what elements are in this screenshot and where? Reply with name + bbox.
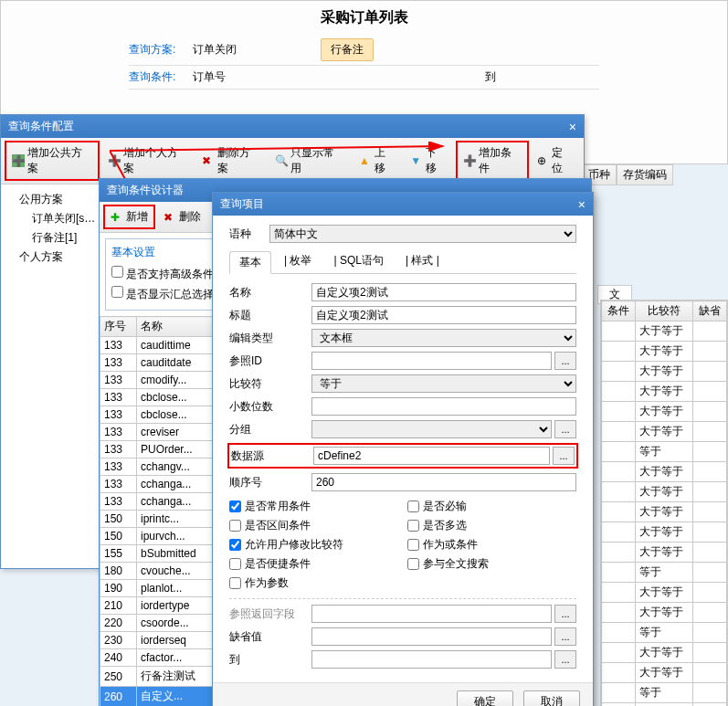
ref-browse-button[interactable]: ... xyxy=(554,352,576,370)
tree-order-close[interactable]: 订单关闭[s… xyxy=(6,209,113,228)
tab-basic[interactable]: 基本 xyxy=(229,251,271,274)
add-personal-scheme-button[interactable]: ➕增加个人方案 xyxy=(101,142,195,180)
ds-label: 数据源 xyxy=(231,448,313,464)
title-label: 标题 xyxy=(229,308,311,323)
tab-enum[interactable]: | 枚举 xyxy=(275,250,321,273)
dialog-tabs: 基本 | 枚举 | SQL语句 | 样式 | xyxy=(229,250,576,274)
cmp-row[interactable]: 等于 xyxy=(602,442,727,462)
cmp-row[interactable]: 大于等于 xyxy=(602,502,727,522)
ord-label: 顺序号 xyxy=(229,475,311,490)
cmp-row[interactable]: 大于等于 xyxy=(602,663,727,683)
config-titlebar[interactable]: 查询条件配置 × xyxy=(1,115,584,138)
cmp-row[interactable]: 大于等于 xyxy=(602,462,727,482)
chk-as-or[interactable]: 作为或条件 xyxy=(407,537,576,553)
dec-label: 小数位数 xyxy=(229,399,311,415)
grp-select[interactable] xyxy=(311,420,552,438)
ref-ret-label: 参照返回字段 xyxy=(229,606,311,622)
edit-label: 编辑类型 xyxy=(229,331,311,346)
title-input[interactable] xyxy=(311,306,576,324)
adv-check[interactable]: 是否支持高级条件 xyxy=(111,268,214,280)
dialog-close-icon[interactable]: × xyxy=(578,197,586,212)
designer-delete-button[interactable]: ✖删除 xyxy=(157,205,207,228)
add-condition-button[interactable]: ➕增加条件 xyxy=(456,141,529,181)
move-up-button[interactable]: ▲上移 xyxy=(353,142,402,180)
query-cond-value: 订单号 xyxy=(193,69,302,85)
query-cond-label: 查询条件: xyxy=(129,69,193,85)
tab-style[interactable]: | 样式 | xyxy=(396,250,448,273)
dec-input[interactable] xyxy=(311,397,576,416)
ref-ret-input[interactable] xyxy=(311,605,552,623)
close-icon[interactable]: × xyxy=(569,120,576,134)
to-label: 到 xyxy=(485,69,496,85)
ref-input[interactable] xyxy=(311,352,552,370)
tree-remark[interactable]: 行备注[1] xyxy=(6,228,113,248)
chk-required[interactable]: 是否必输 xyxy=(407,499,576,514)
sum-check[interactable]: 是否显示汇总选择 xyxy=(111,288,214,300)
move-down-button[interactable]: ▼下移 xyxy=(404,142,453,180)
config-title: 查询条件配置 xyxy=(8,119,74,134)
delete-scheme-button[interactable]: ✖删除方案 xyxy=(195,142,267,180)
rp-col-cond: 条件 xyxy=(602,301,636,321)
chk-quick[interactable]: 是否便捷条件 xyxy=(229,556,398,572)
grp-browse-button[interactable]: ... xyxy=(554,420,576,438)
tree-public[interactable]: 公用方案 xyxy=(6,190,113,209)
cmp-row[interactable]: 等于 xyxy=(602,683,727,703)
designer-title: 查询条件设计器 xyxy=(107,183,184,198)
cmp-row[interactable]: 等于 xyxy=(602,703,727,707)
cancel-button[interactable]: 取消 xyxy=(523,690,580,706)
designer-add-button[interactable]: ✚新增 xyxy=(103,205,155,229)
lang-select[interactable]: 简体中文 xyxy=(269,225,576,243)
row-remark-button[interactable]: 行备注 xyxy=(321,38,374,61)
name-label: 名称 xyxy=(229,285,311,300)
chk-common[interactable]: 是否常用条件 xyxy=(229,499,398,514)
cmp-row[interactable]: 大于等于 xyxy=(602,321,727,342)
edit-type-select[interactable]: 文本框 xyxy=(311,329,576,347)
tree-personal[interactable]: 个人方案 xyxy=(6,248,113,267)
cmp-row[interactable]: 大于等于 xyxy=(602,362,727,382)
default-label: 缺省值 xyxy=(229,629,311,645)
add-public-scheme-button[interactable]: ➕增加公共方案 xyxy=(5,141,100,181)
cmp-row[interactable]: 等于 xyxy=(602,563,727,583)
cmp-label: 比较符 xyxy=(229,376,311,392)
query-item-dialog: 查询项目 × 语种 简体中文 基本 | 枚举 | SQL语句 | 样式 | 名称… xyxy=(212,192,594,706)
cmp-row[interactable]: 大于等于 xyxy=(602,482,727,502)
chk-interval[interactable]: 是否区间条件 xyxy=(229,518,398,533)
default-button[interactable]: ... xyxy=(554,627,576,646)
cmp-row[interactable]: 大于等于 xyxy=(602,402,727,422)
chk-fulltext[interactable]: 参与全文搜索 xyxy=(407,556,576,572)
chk-as-param[interactable]: 作为参数 xyxy=(229,575,398,591)
name-input[interactable] xyxy=(311,283,576,301)
ref-ret-button[interactable]: ... xyxy=(554,605,576,623)
comparator-panel: 条件 比较符 缺省 大于等于大于等于大于等于大于等于大于等于大于等于等于大于等于… xyxy=(600,300,728,706)
ref-label: 参照ID xyxy=(229,353,311,369)
cmp-row[interactable]: 大于等于 xyxy=(602,342,727,362)
grid-header-extra: 币种 存货编码 xyxy=(582,164,728,185)
tab-sql[interactable]: | SQL语句 xyxy=(324,250,392,273)
cmp-select[interactable]: 等于 xyxy=(311,374,576,393)
rp-col-def: 缺省 xyxy=(693,301,727,321)
page-title: 采购订单列表 xyxy=(1,1,727,35)
cmp-row[interactable]: 大于等于 xyxy=(602,382,727,402)
cmp-row[interactable]: 大于等于 xyxy=(602,603,727,623)
col-seq: 序号 xyxy=(100,317,137,337)
cmp-row[interactable]: 大于等于 xyxy=(602,543,727,563)
cmp-row[interactable]: 大于等于 xyxy=(602,522,727,543)
datasource-input[interactable] xyxy=(313,447,550,465)
to-input[interactable] xyxy=(311,650,552,669)
show-common-button[interactable]: 🔍只显示常用 xyxy=(269,142,351,180)
order-input[interactable] xyxy=(311,473,576,491)
dialog-titlebar[interactable]: 查询项目 × xyxy=(213,193,593,216)
to-button[interactable]: ... xyxy=(554,650,576,669)
default-input[interactable] xyxy=(311,627,552,646)
query-scheme-label: 查询方案: xyxy=(129,42,193,58)
cmp-row[interactable]: 大于等于 xyxy=(602,583,727,603)
chk-allow-mod[interactable]: 允许用户修改比较符 xyxy=(229,537,398,553)
cmp-row[interactable]: 大于等于 xyxy=(602,643,727,663)
cmp-row[interactable]: 等于 xyxy=(602,623,727,643)
chk-multi[interactable]: 是否多选 xyxy=(407,518,576,533)
cmp-row[interactable]: 大于等于 xyxy=(602,422,727,442)
locate-button[interactable]: ⊕定位 xyxy=(531,142,580,180)
ok-button[interactable]: 确定 xyxy=(457,690,513,706)
ds-browse-button[interactable]: ... xyxy=(553,447,575,465)
dialog-title: 查询项目 xyxy=(220,196,264,212)
